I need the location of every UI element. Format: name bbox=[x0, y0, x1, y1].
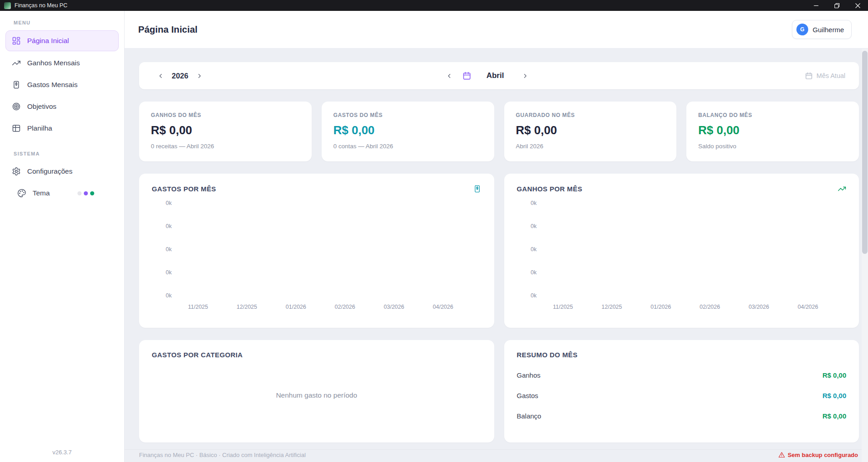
card-title: BALANÇO DO MÊS bbox=[698, 112, 847, 118]
backup-warning[interactable]: Sem backup configurado bbox=[778, 452, 858, 458]
trending-up-icon bbox=[838, 185, 846, 193]
resumo-label: Gastos bbox=[517, 392, 539, 399]
gear-icon bbox=[12, 167, 21, 176]
page-header: Página Inicial G Guilherme bbox=[125, 11, 868, 49]
restore-button[interactable] bbox=[826, 0, 847, 11]
app-icon bbox=[4, 2, 11, 9]
next-month-button[interactable] bbox=[519, 70, 531, 82]
month-label: Abril bbox=[487, 71, 504, 80]
card-ganhos-do-mes: GANHOS DO MÊS R$ 0,00 0 receitas — Abril… bbox=[139, 102, 312, 161]
card-title: GASTOS POR CATEGORIA bbox=[152, 351, 482, 359]
main-area: Página Inicial G Guilherme 2026 Abril bbox=[125, 11, 868, 462]
chart-y-axis: 0k 0k 0k 0k 0k bbox=[517, 200, 543, 298]
user-menu-button[interactable]: G Guilherme bbox=[792, 20, 852, 39]
resumo-label: Balanço bbox=[517, 412, 541, 420]
chart-title: GASTOS POR MÊS bbox=[152, 185, 216, 193]
card-title: RESUMO DO MÊS bbox=[517, 351, 847, 359]
x-tick: 01/2026 bbox=[651, 304, 671, 310]
resumo-value: R$ 0,00 bbox=[822, 412, 846, 420]
next-year-button[interactable] bbox=[194, 70, 206, 82]
year-label: 2026 bbox=[172, 72, 188, 80]
current-month-button[interactable]: Mês Atual bbox=[805, 72, 845, 80]
x-tick: 12/2025 bbox=[236, 304, 257, 310]
banknote-icon bbox=[12, 80, 21, 89]
card-value: R$ 0,00 bbox=[516, 123, 665, 137]
x-tick: 04/2026 bbox=[433, 304, 453, 310]
banknote-icon bbox=[473, 185, 482, 193]
sidebar-item-label: Configurações bbox=[27, 167, 72, 175]
chart-y-axis: 0k 0k 0k 0k 0k bbox=[152, 200, 178, 298]
window-title: Finanças no Meu PC bbox=[14, 2, 68, 9]
scrollbar-thumb[interactable] bbox=[862, 51, 868, 254]
chart-plot-area: 0k 0k 0k 0k 0k 11/2025 12/2025 01/2026 0… bbox=[152, 200, 482, 310]
x-tick: 02/2026 bbox=[699, 304, 720, 310]
prev-year-button[interactable] bbox=[154, 70, 166, 82]
chevron-left-icon bbox=[157, 73, 164, 79]
window-controls bbox=[805, 0, 868, 11]
current-month-button-label: Mês Atual bbox=[816, 72, 845, 79]
trending-up-icon bbox=[12, 58, 21, 68]
page-title: Página Inicial bbox=[138, 24, 198, 35]
x-tick: 12/2025 bbox=[602, 304, 622, 310]
chart-ganhos-por-mes: GANHOS POR MÊS 0k 0k 0k 0k 0k bbox=[504, 174, 859, 328]
card-subtitle: 0 receitas — Abril 2026 bbox=[151, 143, 300, 150]
sidebar-item-tema[interactable]: Tema bbox=[11, 183, 119, 203]
resumo-row-balanco: Balanço R$ 0,00 bbox=[517, 406, 847, 426]
summary-cards-row: GANHOS DO MÊS R$ 0,00 0 receitas — Abril… bbox=[139, 102, 859, 161]
prev-month-button[interactable] bbox=[444, 70, 455, 82]
sidebar-item-pagina-inicial[interactable]: Página Inicial bbox=[5, 30, 119, 51]
sidebar-item-ganhos-mensais[interactable]: Ganhos Mensais bbox=[5, 53, 119, 73]
card-title: GUARDADO NO MÊS bbox=[516, 112, 665, 118]
x-tick: 03/2026 bbox=[384, 304, 404, 310]
card-title: GASTOS DO MÊS bbox=[333, 112, 482, 118]
vertical-scrollbar[interactable] bbox=[862, 49, 868, 462]
card-guardado-no-mes: GUARDADO NO MÊS R$ 0,00 Abril 2026 bbox=[504, 102, 677, 161]
card-value: R$ 0,00 bbox=[151, 123, 300, 137]
sidebar-item-label: Ganhos Mensais bbox=[27, 59, 80, 67]
y-tick: 0k bbox=[166, 293, 172, 299]
x-tick: 04/2026 bbox=[798, 304, 818, 310]
sidebar-item-label: Gastos Mensais bbox=[27, 81, 77, 89]
close-button[interactable] bbox=[847, 0, 868, 11]
sidebar-item-gastos-mensais[interactable]: Gastos Mensais bbox=[5, 75, 119, 95]
chevron-left-icon bbox=[446, 73, 453, 79]
y-tick: 0k bbox=[530, 200, 536, 206]
sidebar-item-objetivos[interactable]: Objetivos bbox=[5, 97, 119, 117]
resumo-row-gastos: Gastos R$ 0,00 bbox=[517, 385, 847, 406]
x-tick: 02/2026 bbox=[335, 304, 355, 310]
status-bar: Finanças no Meu PC · Básico · Criado com… bbox=[125, 449, 868, 462]
avatar: G bbox=[796, 24, 808, 35]
chevron-right-icon bbox=[522, 73, 529, 79]
minimize-button[interactable] bbox=[805, 0, 826, 11]
content: 2026 Abril Mês Atual GANHOS DO MÊS bbox=[125, 49, 868, 449]
resumo-label: Ganhos bbox=[517, 371, 541, 379]
theme-dot-purple bbox=[84, 191, 88, 195]
y-tick: 0k bbox=[166, 224, 172, 229]
sidebar-item-configuracoes[interactable]: Configurações bbox=[5, 161, 119, 181]
table-icon bbox=[12, 124, 21, 133]
close-icon bbox=[855, 3, 860, 8]
sidebar-item-planilha[interactable]: Planilha bbox=[5, 118, 119, 138]
app-version: v26.3.7 bbox=[0, 443, 124, 462]
card-subtitle: Abril 2026 bbox=[516, 143, 665, 150]
palette-icon bbox=[17, 189, 26, 198]
y-tick: 0k bbox=[530, 293, 536, 299]
sidebar-item-label: Página Inicial bbox=[27, 37, 69, 45]
chart-x-axis: 11/2025 12/2025 01/2026 02/2026 03/2026 … bbox=[178, 298, 482, 310]
charts-row: GASTOS POR MÊS 0k 0k 0k 0k 0k bbox=[139, 174, 859, 328]
chart-plot-area: 0k 0k 0k 0k 0k 11/2025 12/2025 01/2026 0… bbox=[517, 200, 847, 310]
backup-warning-text: Sem backup configurado bbox=[788, 452, 858, 458]
chevron-right-icon bbox=[196, 73, 203, 79]
theme-color-dots bbox=[77, 191, 94, 195]
sidebar: MENU Página Inicial Ganhos Mensais Gasto… bbox=[0, 11, 125, 462]
minimize-icon bbox=[814, 3, 819, 8]
theme-dot-green bbox=[90, 191, 94, 195]
card-value: R$ 0,00 bbox=[698, 123, 847, 137]
calendar-icon bbox=[463, 72, 471, 80]
theme-dot-light bbox=[77, 191, 82, 195]
bottom-cards-row: GASTOS POR CATEGORIA Nenhum gasto no per… bbox=[139, 340, 859, 443]
card-gastos-do-mes: GASTOS DO MÊS R$ 0,00 0 contas — Abril 2… bbox=[322, 102, 494, 161]
x-tick: 11/2025 bbox=[188, 304, 208, 310]
y-tick: 0k bbox=[166, 247, 172, 253]
chart-x-axis: 11/2025 12/2025 01/2026 02/2026 03/2026 … bbox=[543, 298, 847, 310]
